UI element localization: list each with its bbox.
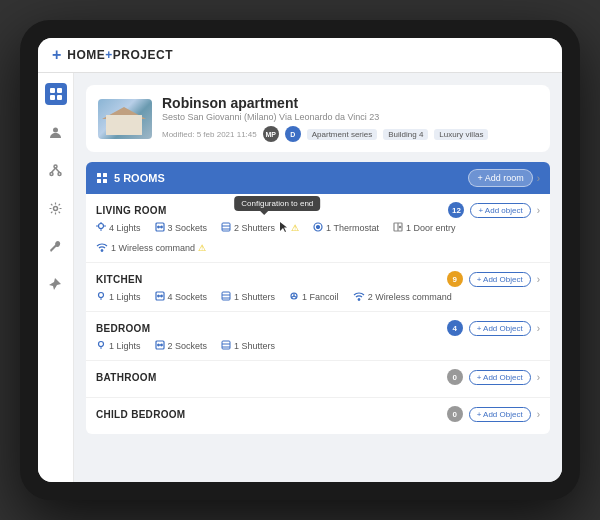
room-row-living: LIVING ROOM 12 + Add object › [86, 194, 550, 263]
bedroom-light-icon [96, 340, 106, 352]
kitchen-lights: 1 Lights [96, 291, 141, 303]
screen: + HOME+PROJECT [38, 38, 562, 482]
living-shutters: Configuration to end 2 Shutters ⚠ [221, 222, 299, 234]
svg-rect-13 [97, 179, 101, 183]
living-thermostat-label: 1 Thermostat [326, 223, 379, 233]
door-icon [393, 222, 403, 234]
svg-rect-51 [222, 341, 230, 349]
room-header-child-bedroom: CHILD BEDROOM 0 + Add Object › [96, 406, 540, 422]
add-object-button-living[interactable]: + Add object [470, 203, 530, 218]
add-room-button[interactable]: + Add room [468, 169, 532, 187]
app-title: HOME+PROJECT [67, 48, 173, 62]
svg-line-44 [291, 296, 294, 298]
svg-point-6 [50, 172, 53, 175]
svg-rect-3 [57, 95, 62, 100]
room-count-living: 12 [448, 202, 464, 218]
kitchen-socket-icon [155, 291, 165, 303]
svg-rect-23 [222, 223, 230, 231]
bathroom-chevron-icon[interactable]: › [537, 372, 540, 383]
child-bedroom-chevron-icon[interactable]: › [537, 409, 540, 420]
svg-point-36 [157, 295, 159, 297]
socket-icon [155, 222, 165, 234]
kitchen-wireless-icon [353, 291, 365, 303]
main-content: Robinson apartment Sesto San Giovanni (M… [38, 73, 562, 482]
sidebar-icon-hierarchy[interactable] [45, 159, 67, 181]
living-thermostat: 1 Thermostat [313, 222, 379, 234]
sidebar [38, 73, 74, 482]
warning-icon-shutters: ⚠ [291, 223, 299, 233]
project-meta: Modified: 5 feb 2021 11:45 MP D Apartmen… [162, 126, 538, 142]
room-items-living: 4 Lights 3 Sockets Configuration to e [96, 222, 540, 254]
device-frame: + HOME+PROJECT [20, 20, 580, 500]
rooms-icon [96, 172, 108, 184]
warning-icon-wireless: ⚠ [198, 243, 206, 253]
bedroom-shutter-icon [221, 340, 231, 352]
sidebar-icon-pin[interactable] [45, 273, 67, 295]
sidebar-icon-grid[interactable] [45, 83, 67, 105]
tooltip-box: Configuration to end [234, 196, 320, 211]
top-bar: + HOME+PROJECT [38, 38, 562, 73]
room-name-living: LIVING ROOM [96, 205, 167, 216]
project-address: Sesto San Giovanni (Milano) Via Leonardo… [162, 112, 538, 122]
bedroom-socket-icon [155, 340, 165, 352]
svg-line-8 [52, 168, 56, 173]
bedroom-sockets: 2 Sockets [155, 340, 208, 352]
room-count-bathroom: 0 [447, 369, 463, 385]
room-right-child-bedroom: 0 + Add Object › [447, 406, 540, 422]
room-row-bedroom: BEDROOM 4 + Add Object › [86, 312, 550, 361]
room-right-kitchen: 9 + Add Object › [447, 271, 540, 287]
svg-rect-2 [50, 95, 55, 100]
rooms-chevron-icon[interactable]: › [537, 173, 540, 184]
living-sockets-label: 3 Sockets [168, 223, 208, 233]
kitchen-sockets: 4 Sockets [155, 291, 208, 303]
light-icon [96, 222, 106, 234]
add-object-button-bedroom[interactable]: + Add Object [469, 321, 531, 336]
room-right-living: 12 + Add object › [448, 202, 540, 218]
sidebar-icon-person[interactable] [45, 121, 67, 143]
room-count-bedroom: 4 [447, 320, 463, 336]
shutter-icon [221, 222, 231, 234]
bedroom-sockets-label: 2 Sockets [168, 341, 208, 351]
svg-point-37 [160, 295, 162, 297]
sidebar-icon-tools[interactable] [45, 235, 67, 257]
bedroom-shutters: 1 Shutters [221, 340, 275, 352]
svg-point-7 [58, 172, 61, 175]
project-info: Robinson apartment Sesto San Giovanni (M… [162, 95, 538, 142]
bedroom-shutters-label: 1 Shutters [234, 341, 275, 351]
living-wireless-label: 1 Wireless command [111, 243, 195, 253]
svg-point-49 [157, 344, 159, 346]
add-object-button-bathroom[interactable]: + Add Object [469, 370, 531, 385]
kitchen-wireless: 2 Wireless command [353, 291, 452, 303]
project-modified: Modified: 5 feb 2021 11:45 [162, 130, 257, 139]
bedroom-lights-label: 1 Lights [109, 341, 141, 351]
cursor-area [280, 222, 288, 234]
kitchen-wireless-label: 2 Wireless command [368, 292, 452, 302]
svg-line-9 [56, 168, 60, 173]
room-name-bedroom: BEDROOM [96, 323, 150, 334]
svg-point-22 [160, 226, 162, 228]
svg-point-32 [101, 250, 103, 252]
living-shutters-label: 2 Shutters [234, 223, 275, 233]
rooms-section: 5 ROOMS + Add room › [86, 162, 550, 434]
rooms-title: 5 ROOMS [96, 172, 165, 184]
svg-rect-0 [50, 88, 55, 93]
svg-rect-38 [222, 292, 230, 300]
add-object-button-child-bedroom[interactable]: + Add Object [469, 407, 531, 422]
tag-building: Building 4 [383, 129, 428, 140]
bedroom-chevron-icon[interactable]: › [537, 323, 540, 334]
kitchen-fancoil-label: 1 Fancoil [302, 292, 339, 302]
kitchen-shutter-icon [221, 291, 231, 303]
svg-rect-12 [103, 173, 107, 177]
svg-marker-26 [280, 222, 287, 232]
room-name-bathroom: BATHROOM [96, 372, 157, 383]
room-right-bedroom: 4 + Add Object › [447, 320, 540, 336]
svg-point-21 [157, 226, 159, 228]
project-card: Robinson apartment Sesto San Giovanni (M… [86, 85, 550, 152]
sidebar-icon-settings[interactable] [45, 197, 67, 219]
add-object-button-kitchen[interactable]: + Add Object [469, 272, 531, 287]
kitchen-chevron-icon[interactable]: › [537, 274, 540, 285]
plus-icon: + [52, 46, 61, 64]
living-chevron-icon[interactable]: › [537, 205, 540, 216]
room-name-kitchen: KITCHEN [96, 274, 143, 285]
kitchen-light-icon [96, 291, 106, 303]
